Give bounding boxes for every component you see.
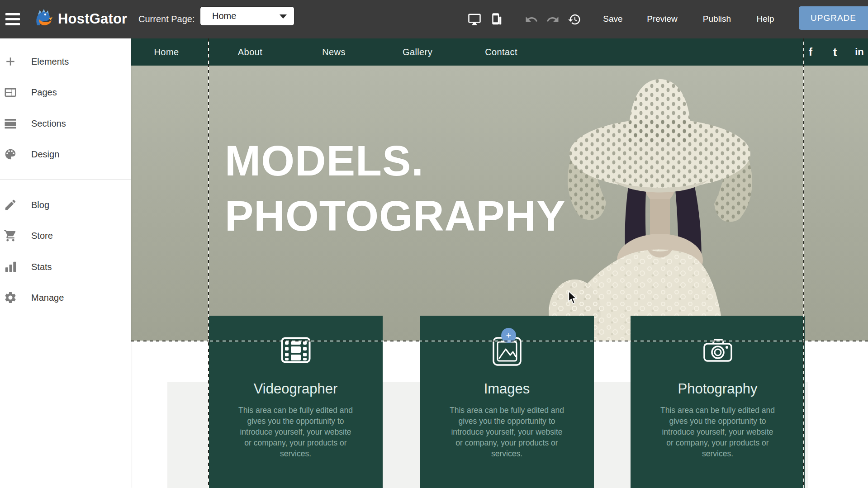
- hostgator-logo: HostGator: [33, 8, 127, 30]
- nav-link-home[interactable]: Home: [154, 38, 179, 66]
- hero-title-line2[interactable]: PHOTOGRAPHY: [225, 194, 566, 237]
- sidebar-item-elements[interactable]: Elements: [0, 52, 131, 71]
- twitter-icon[interactable]: t: [833, 38, 837, 66]
- linkedin-icon[interactable]: in: [855, 38, 864, 66]
- site-canvas: Home About News Gallery Contact f t in: [131, 38, 868, 488]
- mobile-preview-icon[interactable]: [489, 13, 503, 26]
- card-body-text[interactable]: This area can be fully edited and gives …: [658, 405, 778, 460]
- pencil-icon: [4, 198, 17, 212]
- sidebar-divider: [0, 179, 131, 180]
- feature-card-images[interactable]: Images This area can be fully edited and…: [420, 316, 594, 488]
- undo-icon[interactable]: [525, 13, 538, 26]
- sidebar-item-stats[interactable]: Stats: [0, 257, 131, 277]
- save-button[interactable]: Save: [603, 14, 622, 24]
- card-title[interactable]: Images: [420, 381, 594, 397]
- nav-link-gallery[interactable]: Gallery: [403, 38, 432, 66]
- sidebar-item-blog[interactable]: Blog: [0, 195, 131, 215]
- camera-icon: [631, 334, 805, 366]
- help-button[interactable]: Help: [756, 14, 774, 24]
- sidebar-item-store[interactable]: Store: [0, 226, 131, 246]
- nav-link-contact[interactable]: Contact: [485, 38, 517, 66]
- card-body-text[interactable]: This area can be fully edited and gives …: [447, 405, 567, 460]
- redo-icon[interactable]: [546, 13, 560, 26]
- image-plus-icon: [420, 334, 594, 366]
- site-navbar: Home About News Gallery Contact f t in: [131, 38, 868, 66]
- nav-link-news[interactable]: News: [322, 38, 346, 66]
- desktop-preview-icon[interactable]: [468, 13, 481, 26]
- palette-icon: [4, 147, 17, 161]
- sidebar-item-pages[interactable]: Pages: [0, 82, 131, 102]
- gator-mascot-icon: [33, 8, 54, 30]
- preview-button[interactable]: Preview: [647, 14, 678, 24]
- sidebar-item-sections[interactable]: Sections: [0, 114, 131, 133]
- card-title[interactable]: Videographer: [209, 381, 383, 397]
- film-icon: [209, 334, 383, 366]
- editor-topbar: HostGator Current Page: Home Save Previe…: [0, 0, 868, 38]
- chevron-down-icon: [280, 14, 287, 19]
- history-icon[interactable]: [568, 13, 581, 26]
- logo-wordmark: HostGator: [58, 11, 127, 27]
- bar-chart-icon: [4, 260, 17, 274]
- selection-border-right: [803, 38, 804, 488]
- feature-card-videographer[interactable]: Videographer This area can be fully edit…: [209, 316, 383, 488]
- selection-border-left: [208, 38, 209, 488]
- nav-link-about[interactable]: About: [238, 38, 262, 66]
- hero-section[interactable]: MODELS. PHOTOGRAPHY: [131, 66, 868, 341]
- card-body-text[interactable]: This area can be fully edited and gives …: [236, 405, 356, 460]
- mouse-cursor: [567, 291, 579, 304]
- pages-icon: [4, 85, 17, 99]
- plus-icon: [4, 55, 17, 68]
- feature-card-photography[interactable]: Photography This area can be fully edite…: [631, 316, 805, 488]
- publish-button[interactable]: Publish: [703, 14, 731, 24]
- selection-border-bottom: [131, 341, 868, 341]
- editor-sidebar: Elements Pages Sections Design Blog: [0, 38, 131, 488]
- current-page-value: Home: [212, 11, 236, 21]
- sidebar-item-manage[interactable]: Manage: [0, 288, 131, 308]
- gear-icon: [4, 291, 17, 304]
- current-page-dropdown[interactable]: Home: [200, 7, 294, 25]
- cart-icon: [4, 229, 17, 242]
- sidebar-item-design[interactable]: Design: [0, 144, 131, 164]
- hamburger-menu-icon[interactable]: [5, 13, 21, 26]
- upgrade-button[interactable]: UPGRADE: [799, 6, 868, 30]
- hostgator-builder: HostGator Current Page: Home Save Previe…: [0, 0, 868, 488]
- current-page-label: Current Page:: [138, 14, 195, 24]
- sections-icon: [4, 117, 17, 130]
- facebook-icon[interactable]: f: [809, 38, 812, 66]
- hero-title-line1[interactable]: MODELS.: [225, 139, 424, 182]
- card-title[interactable]: Photography: [631, 381, 805, 397]
